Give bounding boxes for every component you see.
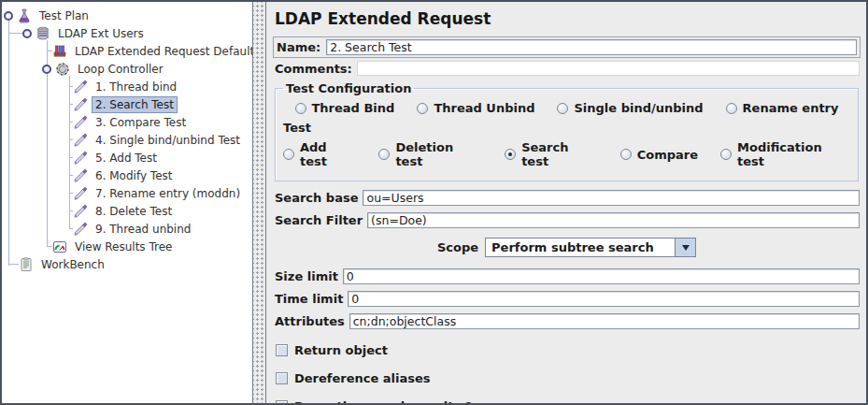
test-type-radio-row: Add test Deletion test Search test Compa… — [283, 140, 850, 168]
radio-option-label: Compare — [637, 148, 698, 162]
radio-add-test[interactable]: Add test — [283, 140, 356, 168]
name-row: Name: — [273, 36, 861, 58]
radio-rename-entry[interactable]: Rename entry — [726, 101, 839, 115]
radio-deletion-test[interactable]: Deletion test — [378, 140, 482, 168]
radio-single-bind-unbind[interactable]: Single bind/unbind — [557, 101, 703, 115]
time-limit-input[interactable] — [348, 291, 860, 307]
radio-compare[interactable]: Compare — [620, 140, 698, 168]
tree-item-3-compare-test[interactable]: 3. Compare Test — [2, 113, 252, 131]
tree-item-8-delete-test[interactable]: 8. Delete Test — [2, 202, 252, 220]
pen-icon — [73, 97, 88, 112]
tree-item-2-search-test[interactable]: 2. Search Test — [2, 95, 252, 113]
tree-item-view-results-tree[interactable]: View Results Tree — [2, 238, 252, 255]
checkbox-return-object[interactable]: Return object — [276, 343, 860, 357]
comments-label: Comments: — [275, 62, 352, 76]
tree-item-5-add-test[interactable]: 5. Add Test — [2, 149, 252, 166]
attributes-row: Attributes — [275, 313, 860, 329]
search-filter-input[interactable] — [367, 212, 860, 228]
radio-button-icon — [283, 149, 294, 160]
attributes-input[interactable] — [349, 313, 860, 329]
scope-selected-value: Perform subtree search — [486, 239, 675, 256]
comments-input[interactable] — [357, 61, 860, 76]
name-input[interactable] — [326, 39, 857, 55]
pen-icon — [73, 80, 88, 94]
pen-icon — [73, 133, 88, 148]
radio-button-icon — [720, 149, 732, 160]
test-configuration-legend: Test Configuration — [283, 81, 414, 95]
tree-item-6-modify-test[interactable]: 6. Modify Test — [2, 166, 252, 184]
checkbox-label: Parse the search results ? — [294, 399, 472, 403]
checkbox-parse-the-search-results[interactable]: Parse the search results ? — [276, 399, 860, 403]
checkbox-icon — [276, 344, 288, 356]
tree-item-label: 1. Thread bind — [92, 79, 180, 95]
page-title: LDAP Extended Request — [275, 9, 861, 28]
tree-expand-handle[interactable] — [4, 11, 13, 21]
split-pane-divider[interactable] — [252, 2, 266, 403]
tree-item-ldap-extended-request-defaults[interactable]: LDAP Extended Request Defaults — [2, 42, 252, 60]
tree-connector-stub — [69, 122, 73, 123]
tree-item-loop-controller[interactable]: Loop Controller — [2, 60, 252, 78]
tree-connector-stub — [69, 104, 73, 105]
loop-icon — [55, 62, 70, 77]
tree-connector-stub — [69, 228, 73, 229]
name-label: Name: — [277, 40, 320, 54]
tree-item-1-thread-bind[interactable]: 1. Thread bind — [2, 78, 252, 95]
radio-button-icon — [557, 103, 568, 114]
radio-button-icon — [505, 149, 516, 160]
spool-icon — [36, 26, 50, 41]
tree-item-label: 8. Delete Test — [92, 203, 176, 220]
scope-dropdown[interactable]: Perform subtree search — [485, 238, 696, 257]
size-limit-input[interactable] — [343, 268, 860, 284]
size-limit-row: Size limit — [275, 268, 860, 284]
radio-option-label: Deletion test — [395, 140, 482, 168]
tree-item-label: 5. Add Test — [92, 150, 161, 166]
tree-item-test-plan[interactable]: Test Plan — [2, 7, 252, 24]
tree-item-label: 4. Single bind/unbind Test — [92, 132, 244, 149]
checkbox-label: Return object — [294, 343, 388, 357]
test-label: Test — [283, 121, 850, 135]
tree-connector-stub — [47, 51, 52, 51]
gauge-icon — [52, 239, 67, 254]
option-checkboxes: Return object Dereference aliases Parse … — [273, 343, 861, 403]
radio-option-label: Thread Bind — [312, 101, 395, 115]
radio-modification-test[interactable]: Modification test — [720, 140, 850, 168]
flask-icon — [17, 8, 32, 23]
tree-connector-stub — [9, 33, 22, 34]
tree-item-label: 3. Compare Test — [92, 114, 190, 131]
tree-item-label: LDAP Ext Users — [54, 25, 148, 42]
radio-search-test[interactable]: Search test — [505, 140, 598, 168]
tree-item-7-rename-entry-moddn[interactable]: 7. Rename entry (moddn) — [2, 184, 252, 202]
search-base-input[interactable] — [363, 190, 860, 206]
tree-item-workbench[interactable]: WorkBench — [2, 255, 252, 273]
testtubes-icon — [52, 44, 67, 59]
tree-connector-stub — [69, 86, 73, 87]
checkbox-label: Dereference aliases — [294, 371, 431, 385]
tree-item-ldap-ext-users[interactable]: LDAP Ext Users — [2, 24, 252, 42]
scope-row: Scope Perform subtree search — [273, 238, 861, 257]
radio-option-label: Add test — [300, 140, 356, 168]
tree-expand-handle[interactable] — [42, 65, 51, 74]
radio-button-icon — [726, 103, 737, 114]
chevron-down-icon — [682, 245, 690, 251]
field-label: Search base — [275, 191, 358, 205]
tree-item-9-thread-unbind[interactable]: 9. Thread unbind — [2, 220, 252, 238]
pen-icon — [73, 115, 88, 130]
checkbox-icon — [276, 372, 288, 384]
tree-item-label: Test Plan — [36, 7, 92, 24]
radio-thread-bind[interactable]: Thread Bind — [295, 101, 395, 115]
tree-item-label: 9. Thread unbind — [92, 221, 194, 238]
radio-thread-unbind[interactable]: Thread Unbind — [417, 101, 534, 115]
tree-expand-handle[interactable] — [22, 29, 32, 38]
radio-button-icon — [417, 103, 428, 114]
tree-connector-stub — [69, 193, 73, 194]
field-label: Time limit — [275, 292, 343, 306]
radio-button-icon — [620, 149, 632, 160]
tree-connector-stub — [9, 264, 19, 265]
scope-dropdown-button[interactable] — [675, 239, 695, 256]
tree-item-label: WorkBench — [37, 256, 108, 273]
tree-item-4-single-bind-unbind-test[interactable]: 4. Single bind/unbind Test — [2, 131, 252, 149]
field-label: Size limit — [275, 269, 338, 283]
search-filter-row: Search Filter — [275, 212, 860, 228]
tree-item-label: View Results Tree — [71, 239, 176, 255]
checkbox-dereference-aliases[interactable]: Dereference aliases — [276, 371, 860, 385]
